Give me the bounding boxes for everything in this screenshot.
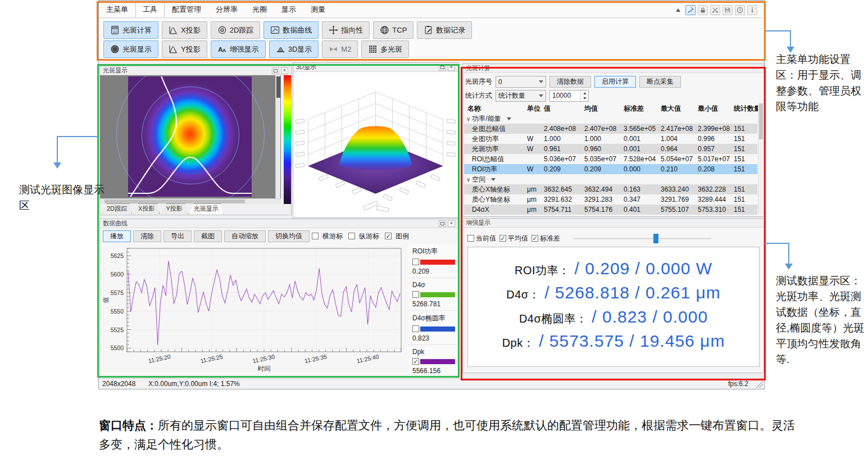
toolbar-button-x-projection[interactable]: X投影 [162,21,207,39]
checkbox-unchecked[interactable] [312,233,319,239]
column-header[interactable]: 均值 [584,103,598,114]
checkbox-unchecked[interactable] [348,233,355,239]
clear-data-button[interactable]: 清除数据 [549,76,591,88]
toolbar-button-y-projection[interactable]: Y投影 [162,40,207,58]
table-row[interactable]: D4σXμm5754.7115754.1760.4015755.1075753.… [464,205,757,215]
float-icon[interactable] [439,220,446,227]
toolbar-button-m2[interactable]: M2 [322,40,358,58]
breakpoint-acquire-button[interactable]: 断点采集 [639,76,681,88]
checkbox-unchecked[interactable] [412,259,419,265]
toolbar-button-multi-spot[interactable]: 多光斑 [361,40,409,58]
legend-name: Dpk [412,348,455,356]
history-icon[interactable] [735,5,745,15]
curve-button-1[interactable]: 清除 [133,230,161,242]
curve-button-2[interactable]: 导出 [163,230,192,242]
curve-button-4[interactable]: 自动缩放 [224,230,266,242]
curve-button-5[interactable]: 切换均值 [268,230,310,242]
column-header[interactable]: 名称 [467,103,481,114]
beam-horizontal-scrollbar[interactable] [100,198,281,204]
table-row[interactable]: 质心Y轴坐标μm3291.6323291.2830.3473291.769328… [464,194,757,205]
beam-view-tab[interactable]: X投影 [133,203,160,214]
readout-row: D4σ：/ 5268.818 / 0.261 μm [468,283,759,302]
toolbar-button-enhanced-display[interactable]: AA增强显示 [211,40,266,58]
close-icon[interactable]: × [281,67,288,74]
menu-tab[interactable]: 测量 [303,3,333,17]
enable-calc-button[interactable]: 启用计算 [594,76,636,88]
toolbar-button-globe[interactable]: TCP [373,21,413,39]
fps-status: fps:6.2 [728,380,748,388]
table-cell: ROI总幅值 [472,154,504,164]
curve-chart-area[interactable]: 55005525555055755600562511:25:2011:25:25… [101,244,406,378]
table-cell: 5.036e+07 [544,154,576,164]
beam-view-tab[interactable]: Y投影 [161,203,187,214]
column-header[interactable]: 单位 [527,103,540,114]
surface-plot-area[interactable] [293,72,458,217]
resize-grip[interactable] [756,381,763,388]
calc-panel-title: 光斑计算 [466,64,490,72]
table-row[interactable]: ROI功率W0.2090.2090.0000.2100.208151 [464,164,757,174]
table-row[interactable]: 全图总幅值2.408e+082.407e+083.565e+052.417e+0… [464,124,757,134]
menu-tab[interactable]: 光圈 [245,3,274,17]
curve-panel-title: 数据曲线 [103,219,128,228]
beam-view-tab[interactable]: 光斑显示 [189,203,224,214]
toolbar-button-calculator[interactable]: 光斑计算 [103,21,158,39]
toolbar-button-surface-3d[interactable]: 3D显示 [269,40,319,58]
toolbar-button-pointing[interactable]: 指向性 [322,21,370,39]
table-row[interactable]: 全图功率W1.0001.0000.0011.0040.996151 [464,134,757,144]
stat-mode-select[interactable]: 统计数量 [496,90,546,102]
toolbar-button-label: 光斑计算 [122,25,152,35]
info-icon[interactable] [747,5,757,15]
cut-icon[interactable] [710,5,720,15]
column-header[interactable]: 统计数量 [734,103,761,114]
beam-panel-title: 光斑显示 [103,66,128,75]
beam-view-tabs: 2D跟踪X投影Y投影光斑显示 [100,204,291,214]
close-icon[interactable]: × [448,220,455,227]
column-header[interactable]: 最小值 [698,103,718,114]
beam-image-area[interactable] [100,75,281,198]
lock-icon[interactable] [698,5,708,15]
table-scrollbar[interactable] [758,103,763,215]
toolbar-button-data-curve[interactable]: 数据曲线 [263,21,319,39]
column-header[interactable]: 值 [544,103,551,114]
seq-select[interactable]: 0 [496,76,546,88]
pin-icon[interactable] [685,5,696,15]
toolbar-button-data-record[interactable]: 数据记录 [417,21,472,39]
menu-tab[interactable]: 工具 [135,3,165,17]
stat-count-spinner[interactable]: 10000 [549,90,589,102]
collapse-icon[interactable] [673,5,683,15]
checkbox-checked[interactable]: ✓ [412,358,419,365]
curve-button-0[interactable]: 播放 [103,230,131,242]
table-row[interactable]: 质心X轴坐标μm3632.6453632.4940.1633633.240363… [464,184,757,194]
column-header[interactable]: 最大值 [661,103,681,114]
group-row[interactable]: ∨空间 [464,174,757,184]
table-row[interactable]: ROI总幅值5.036e+075.035e+077.528e+045.054e+… [464,154,757,164]
curve-button-3[interactable]: 截图 [194,230,222,242]
menu-tab[interactable]: 显示 [274,3,303,17]
menu-tab[interactable]: 配置管理 [165,3,208,17]
toolbar-button-2d-track[interactable]: 2D跟踪 [211,21,261,39]
slider-handle[interactable] [653,234,658,243]
checkbox-checked[interactable]: ✓ [499,235,506,242]
font-size-slider[interactable] [574,238,711,239]
save-icon[interactable] [722,5,733,15]
caption: 窗口特点：所有的显示窗口可自由组合并保存配置文件，方便调用，也可使用系统默认的配… [99,416,806,454]
column-header[interactable]: 标准差 [624,103,644,114]
toolbar-button-spot-display[interactable]: 光斑显示 [103,40,158,58]
checkbox-checked[interactable]: ✓ [385,233,392,239]
checkbox-unchecked[interactable] [467,235,474,242]
table-row[interactable]: 光斑功率W0.9610.9600.0010.9640.957151 [464,144,757,154]
filter-dropdown-icon[interactable] [507,117,511,120]
checkbox-checked[interactable]: ✓ [531,235,538,242]
checkbox-unchecked[interactable] [412,291,419,298]
legend-value: 5268.781 [412,300,455,308]
float-icon[interactable] [439,64,446,71]
close-icon[interactable]: × [448,64,455,71]
menu-tab[interactable]: 主菜单 [99,3,135,17]
menu-tab[interactable]: 分辨率 [208,3,245,17]
beam-vertical-scrollbar[interactable] [275,75,280,198]
table-cell: 151 [734,205,745,215]
checkbox-unchecked[interactable] [412,325,419,332]
float-icon[interactable] [272,67,279,74]
filter-dropdown-icon[interactable] [491,178,496,181]
group-row[interactable]: ∨功率/能量 [464,114,757,124]
